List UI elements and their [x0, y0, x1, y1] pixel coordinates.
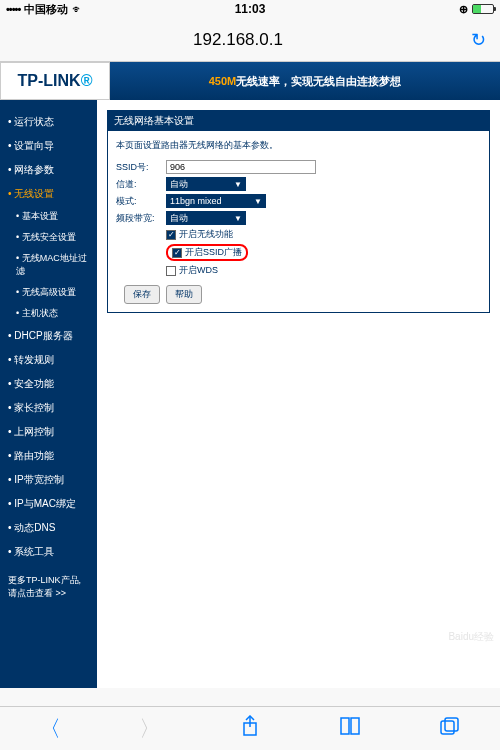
help-button[interactable]: 帮助 [166, 285, 202, 304]
mode-label: 模式: [116, 195, 166, 208]
channel-select[interactable]: 自动▼ [166, 177, 246, 191]
sidebar-item-status[interactable]: 运行状态 [0, 110, 97, 134]
signal-dots: ••••• [6, 3, 20, 15]
chevron-down-icon: ▼ [234, 214, 242, 223]
sidebar-item-access[interactable]: 上网控制 [0, 420, 97, 444]
ssid-broadcast-label: 开启SSID广播 [185, 246, 242, 259]
logo: TP-LINK® [0, 62, 110, 100]
svg-rect-2 [441, 721, 454, 734]
wireless-enable-label: 开启无线功能 [179, 228, 233, 241]
sidebar-item-bandwidth[interactable]: IP带宽控制 [0, 468, 97, 492]
sidebar-item-routing[interactable]: 路由功能 [0, 444, 97, 468]
sidebar-sub-basic[interactable]: 基本设置 [0, 206, 97, 227]
svg-rect-3 [445, 718, 458, 731]
channel-label: 信道: [116, 178, 166, 191]
ssid-broadcast-checkbox[interactable]: ✓ [172, 248, 182, 258]
sidebar-sub-host[interactable]: 主机状态 [0, 303, 97, 324]
sidebar-item-parental[interactable]: 家长控制 [0, 396, 97, 420]
sidebar-item-security[interactable]: 安全功能 [0, 372, 97, 396]
browser-toolbar: 〈 〉 [0, 706, 500, 750]
clock: 11:03 [169, 2, 332, 16]
watermark: Baidu经验 [448, 630, 494, 644]
wifi-icon: ᯤ [72, 3, 83, 15]
bandwidth-label: 频段带宽: [116, 212, 166, 225]
sidebar-sub-advanced[interactable]: 无线高级设置 [0, 282, 97, 303]
carrier-label: 中国移动 [24, 2, 68, 17]
forward-icon[interactable]: 〉 [135, 714, 165, 744]
sidebar-item-dhcp[interactable]: DHCP服务器 [0, 324, 97, 348]
bandwidth-select[interactable]: 自动▼ [166, 211, 246, 225]
sidebar-sub-security[interactable]: 无线安全设置 [0, 227, 97, 248]
url-text: 192.168.0.1 [10, 30, 466, 50]
wds-checkbox[interactable] [166, 266, 176, 276]
banner-text: 450M无线速率，实现无线自由连接梦想 [110, 62, 500, 100]
wireless-enable-checkbox[interactable]: ✓ [166, 230, 176, 240]
ssid-broadcast-highlight: ✓ 开启SSID广播 [166, 244, 248, 261]
settings-panel: 无线网络基本设置 本页面设置路由器无线网络的基本参数。 SSID号: 信道: 自… [107, 110, 490, 313]
chevron-down-icon: ▼ [234, 180, 242, 189]
battery-icon [472, 4, 494, 14]
sidebar-item-wireless[interactable]: 无线设置 [0, 182, 97, 206]
panel-title: 无线网络基本设置 [108, 111, 489, 131]
mode-select[interactable]: 11bgn mixed▼ [166, 194, 266, 208]
save-button[interactable]: 保存 [124, 285, 160, 304]
wds-label: 开启WDS [179, 264, 218, 277]
sidebar-item-ipmac[interactable]: IP与MAC绑定 [0, 492, 97, 516]
tabs-icon[interactable] [435, 716, 465, 742]
ssid-input[interactable] [166, 160, 316, 174]
sidebar-item-forward[interactable]: 转发规则 [0, 348, 97, 372]
sidebar-sub-mac[interactable]: 无线MAC地址过滤 [0, 248, 97, 282]
sidebar-item-network[interactable]: 网络参数 [0, 158, 97, 182]
browser-address-bar[interactable]: 192.168.0.1 ↻ [0, 18, 500, 62]
chevron-down-icon: ▼ [254, 197, 262, 206]
sidebar-item-system[interactable]: 系统工具 [0, 540, 97, 564]
sidebar-item-ddns[interactable]: 动态DNS [0, 516, 97, 540]
panel-description: 本页面设置路由器无线网络的基本参数。 [116, 139, 481, 152]
ssid-label: SSID号: [116, 161, 166, 174]
share-icon[interactable] [235, 715, 265, 743]
sidebar-item-wizard[interactable]: 设置向导 [0, 134, 97, 158]
reload-icon[interactable]: ↻ [466, 29, 490, 51]
orientation-lock-icon: ⊕ [459, 3, 468, 16]
bookmarks-icon[interactable] [335, 716, 365, 742]
back-icon[interactable]: 〈 [35, 714, 65, 744]
sidebar: 运行状态 设置向导 网络参数 无线设置 基本设置 无线安全设置 无线MAC地址过… [0, 100, 97, 688]
sidebar-footer[interactable]: 更多TP-LINK产品, 请点击查看 >> [0, 564, 97, 609]
